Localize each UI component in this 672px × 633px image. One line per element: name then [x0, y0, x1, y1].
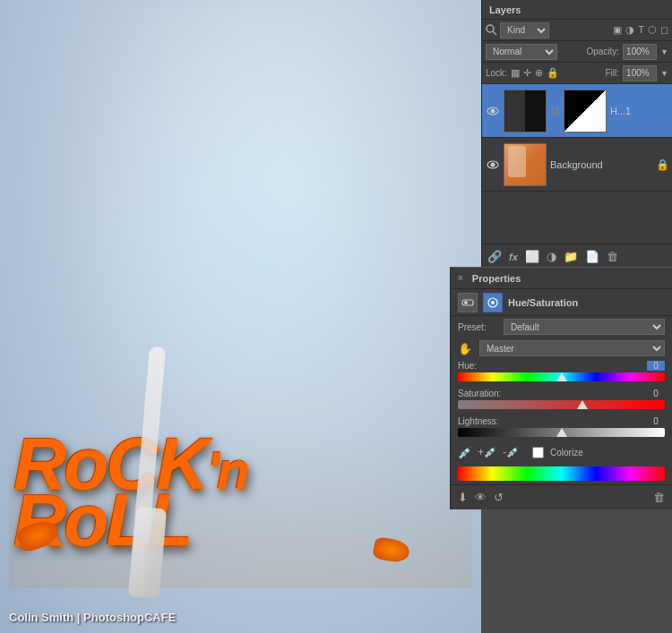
- layers-panel-header: Layers: [482, 0, 672, 20]
- preset-row: Preset: Default: [451, 316, 672, 338]
- eyedropper-normal-icon[interactable]: 💉: [458, 446, 472, 459]
- hue-label: Hue:: [458, 361, 477, 371]
- close-properties-button[interactable]: ×: [458, 273, 463, 283]
- layer-mask-thumb-hue: [564, 90, 607, 133]
- svg-line-1: [493, 31, 496, 35]
- add-mask-icon[interactable]: ⬜: [525, 250, 539, 263]
- properties-adjustments-btn[interactable]: [458, 293, 478, 312]
- kind-dropdown[interactable]: Kind: [500, 22, 549, 38]
- lock-icons: ▦ ✛ ⊕ 🔒: [511, 67, 559, 79]
- saturation-track[interactable]: [458, 400, 665, 409]
- fx-icon[interactable]: fx: [509, 252, 518, 262]
- lightness-label: Lightness:: [458, 416, 499, 426]
- eyedropper-icons: 💉 +💉 -💉: [458, 446, 520, 459]
- smart-filter-icon[interactable]: ◻: [660, 24, 668, 36]
- canvas-area: RoCK'n RoLL Colin Smith | PhotoshopCAFE: [0, 0, 481, 633]
- lock-label: Lock:: [486, 68, 507, 78]
- saturation-slider-section: Saturation: 0: [451, 387, 672, 415]
- colorize-checkbox[interactable]: [532, 447, 544, 458]
- saturation-label: Saturation:: [458, 389, 501, 398]
- hue-value[interactable]: 0: [647, 361, 665, 371]
- watermark-text: Colin Smith | PhotoshopCAFE: [9, 611, 176, 624]
- svg-point-9: [491, 301, 495, 304]
- main-image: RoCK'n RoLL Colin Smith | PhotoshopCAFE: [0, 0, 481, 633]
- eyedropper-add-icon[interactable]: +💉: [478, 446, 497, 459]
- svg-point-7: [464, 301, 468, 304]
- layers-lock-toolbar: Lock: ▦ ✛ ⊕ 🔒 Fill: ▼: [482, 63, 672, 84]
- filter-icons: ▣ ◑ T ⬡ ◻: [613, 24, 668, 36]
- layer-visibility-hue[interactable]: [486, 104, 500, 118]
- layers-panel: Layers Kind ▣ ◑ T ⬡ ◻ Normal Op: [481, 0, 672, 269]
- lightness-slider-section: Lightness: 0: [451, 415, 672, 442]
- lightness-thumb[interactable]: [556, 428, 567, 437]
- lightness-track[interactable]: [458, 428, 665, 437]
- hue-track[interactable]: [458, 372, 665, 381]
- lock-all-icon[interactable]: 🔒: [547, 67, 559, 79]
- properties-header: × Properties: [451, 268, 672, 289]
- type-filter-icon[interactable]: T: [638, 24, 644, 36]
- layers-title: Layers: [489, 4, 521, 15]
- layer-visibility-bg[interactable]: [486, 158, 500, 172]
- lock-pixels-icon[interactable]: ▦: [511, 67, 520, 79]
- preset-dropdown[interactable]: Default: [504, 319, 665, 335]
- layer-name-bg: Background: [550, 159, 652, 170]
- channel-row: ✋ Master: [451, 338, 672, 359]
- hand-tool-icon[interactable]: ✋: [458, 342, 472, 355]
- blend-mode-dropdown[interactable]: Normal: [486, 44, 557, 60]
- saturation-value[interactable]: 0: [647, 389, 665, 398]
- fill-chevron: ▼: [660, 69, 668, 78]
- layers-blend-toolbar: Normal Opacity: ▼: [482, 41, 672, 63]
- new-layer-icon[interactable]: 📄: [585, 250, 599, 263]
- properties-title: Properties: [472, 273, 521, 284]
- colorize-row: 💉 +💉 -💉 Colorize: [451, 442, 672, 463]
- properties-panel: × Properties Hue/Saturation Preset: Defa…: [450, 267, 672, 509]
- layers-search-toolbar: Kind ▣ ◑ T ⬡ ◻: [482, 20, 672, 41]
- layer-item-background[interactable]: Background 🔒: [482, 138, 672, 192]
- color-spectrum-bar: [458, 466, 665, 481]
- lock-artboards-icon[interactable]: ⊕: [535, 67, 543, 79]
- shape-filter-icon[interactable]: ⬡: [648, 24, 657, 36]
- hue-saturation-title: Hue/Saturation: [508, 297, 578, 308]
- layer-thumb-bg: [504, 143, 547, 186]
- svg-point-0: [487, 25, 494, 32]
- lightness-value[interactable]: 0: [647, 416, 665, 426]
- new-adjustment-icon[interactable]: ◑: [547, 250, 556, 263]
- layer-name-hue: H...1: [610, 106, 668, 116]
- layer-chain-hue: ⛓: [550, 106, 560, 116]
- layer-lock-bg: 🔒: [656, 158, 668, 171]
- saturation-thumb[interactable]: [577, 400, 588, 409]
- opacity-chevron: ▼: [660, 47, 668, 56]
- hue-slider-section: Hue: 0: [451, 359, 672, 387]
- opacity-input[interactable]: [623, 44, 657, 60]
- properties-mask-btn[interactable]: [483, 293, 503, 312]
- opacity-label: Opacity:: [586, 47, 619, 56]
- eyedropper-subtract-icon[interactable]: -💉: [503, 446, 520, 459]
- lock-move-icon[interactable]: ✛: [523, 67, 531, 79]
- layer-item-hue[interactable]: ⛓ H...1: [482, 84, 672, 138]
- new-group-icon[interactable]: 📁: [564, 250, 578, 263]
- adjustment-filter-icon[interactable]: ◑: [625, 24, 634, 36]
- channel-dropdown[interactable]: Master: [479, 340, 665, 356]
- colorize-label: Colorize: [550, 448, 583, 458]
- delete-adjustment-icon[interactable]: 🗑: [653, 491, 665, 504]
- properties-icon-row: Hue/Saturation: [451, 289, 672, 316]
- properties-bottom-toolbar: ⬇ 👁 ↺ 🗑: [451, 484, 672, 509]
- search-icon: [486, 24, 497, 36]
- fill-label: Fill:: [606, 68, 620, 78]
- eye-visibility-icon[interactable]: 👁: [475, 491, 487, 504]
- fill-input[interactable]: [623, 65, 657, 81]
- svg-point-3: [491, 108, 495, 113]
- delete-layer-icon[interactable]: 🗑: [607, 250, 618, 263]
- layers-bottom-toolbar: 🔗 fx ⬜ ◑ 📁 📄 🗑: [482, 244, 672, 269]
- hue-thumb[interactable]: [556, 372, 567, 381]
- link-layers-icon[interactable]: 🔗: [487, 250, 502, 263]
- reset-adjustments-icon[interactable]: ↺: [494, 491, 504, 504]
- pixel-filter-icon[interactable]: ▣: [613, 24, 622, 36]
- layer-thumb-hue: [504, 90, 547, 133]
- preset-label: Preset:: [458, 322, 498, 332]
- clip-to-layer-icon[interactable]: ⬇: [458, 491, 468, 504]
- svg-point-5: [491, 162, 495, 167]
